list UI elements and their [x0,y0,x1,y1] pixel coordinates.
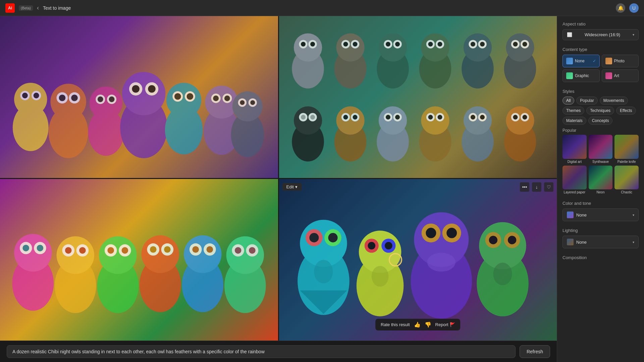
style-tag-effects[interactable]: Effects [616,107,636,115]
composition-section: Composition [562,255,639,260]
svg-point-155 [328,233,338,242]
notification-icon[interactable]: 🔔 [616,3,625,13]
thumbs-down-button[interactable]: 👎 [425,321,431,328]
page-title: Text to image [43,5,71,11]
svg-point-109 [506,106,534,134]
svg-point-75 [513,42,518,47]
svg-point-87 [343,115,348,120]
thumbs-up-button[interactable]: 👍 [414,321,421,328]
right-panel: Aspect ratio ⬜ Widescreen (16:9) ▾ Conte… [557,16,644,362]
svg-point-153 [309,233,319,242]
edit-button[interactable]: Edit ▾ [282,183,302,191]
aspect-ratio-section: Aspect ratio ⬜ Widescreen (16:9) ▾ [562,21,639,40]
adobe-logo: Ai [5,3,15,13]
style-thumb-chaotic[interactable]: Chaotic [614,166,639,194]
svg-point-168 [427,253,455,272]
refresh-button[interactable]: Refresh [520,345,550,358]
style-thumb-palette-knife[interactable]: Palette knife [614,135,639,164]
prompt-input[interactable] [7,345,516,358]
style-tag-all[interactable]: All [562,97,574,105]
svg-point-117 [22,245,29,251]
style-thumb-digital-art[interactable]: Digital art [562,135,587,164]
more-options-button[interactable]: ••• [520,182,529,192]
svg-point-17 [109,97,114,102]
image-area: Edit ▾ ••• ↓ ♡ Rate this result 👍 👎 [0,16,557,362]
svg-point-47 [310,42,315,47]
styles-section: Styles All Popular Movements Themes Tech… [562,89,639,194]
svg-point-37 [232,91,263,121]
style-tag-concepts[interactable]: Concepts [588,117,613,125]
svg-point-7 [50,84,86,120]
download-button[interactable]: ↓ [532,182,541,192]
svg-point-167 [446,228,457,238]
svg-point-119 [37,245,43,251]
svg-point-69 [471,42,475,47]
content-type-art[interactable]: Art [602,69,639,82]
content-type-photo[interactable]: Photo [602,55,639,67]
synthwave-preview [589,135,613,159]
palette-knife-preview [614,135,639,159]
chaotic-preview [614,166,639,190]
svg-point-9 [59,95,65,101]
svg-point-159 [368,242,375,249]
svg-point-11 [71,95,78,101]
avatar[interactable]: U [629,3,639,13]
image-3-overlay [0,179,278,341]
style-tag-popular[interactable]: Popular [576,97,597,105]
svg-point-41 [250,100,255,105]
graphic-icon [566,72,573,79]
image-cell-1[interactable] [0,16,278,178]
svg-point-175 [314,260,333,283]
back-button[interactable]: ‹ [37,4,39,11]
svg-point-51 [343,42,348,47]
color-tone-label: Color and tone [562,201,639,206]
color-tone-value: None [576,213,587,218]
composition-label: Composition [562,255,639,260]
content-type-none[interactable]: None ✓ [562,55,600,67]
report-button[interactable]: Report 🚩 [435,322,455,327]
svg-point-101 [438,115,442,120]
image-4-toolbar: Edit ▾ ••• ↓ ♡ [282,182,554,192]
chaotic-label: Chaotic [614,190,639,194]
svg-point-131 [121,247,128,254]
svg-point-115 [14,234,52,271]
svg-point-111 [513,115,518,120]
topbar: Ai (Beta) ‹ Text to image 🔔 U [0,0,644,16]
svg-point-81 [301,115,306,120]
svg-point-3 [22,93,28,99]
svg-point-99 [428,115,433,120]
favorite-button[interactable]: ♡ [544,182,553,192]
svg-point-57 [386,42,390,47]
svg-point-113 [523,115,527,120]
style-thumb-synthwave[interactable]: Synthwave [589,135,613,164]
content-type-grid: None ✓ Photo Graphic Art [562,55,639,82]
svg-point-123 [65,247,72,254]
style-thumb-layered-paper[interactable]: Layered paper [562,166,587,194]
style-tag-techniques[interactable]: Techniques [586,107,614,115]
content-type-graphic[interactable]: Graphic [562,69,600,82]
image-cell-3[interactable] [0,179,278,341]
neon-preview [589,166,613,190]
svg-point-73 [506,34,534,62]
svg-point-45 [301,42,306,47]
image-cell-4[interactable]: Edit ▾ ••• ↓ ♡ Rate this result 👍 👎 [279,179,557,341]
lighting-dropdown[interactable]: None ▾ [562,236,639,248]
svg-point-125 [79,247,86,254]
topbar-right: 🔔 U [616,3,639,13]
style-thumb-neon[interactable]: Neon [589,166,613,194]
svg-point-89 [353,115,358,120]
color-tone-dropdown[interactable]: None ▾ [562,208,639,221]
style-tag-materials[interactable]: Materials [562,117,586,125]
beta-badge: (Beta) [19,5,33,11]
svg-point-55 [379,34,407,62]
rate-label: Rate this result [381,322,410,327]
svg-point-103 [464,106,492,134]
style-tag-themes[interactable]: Themes [562,107,584,115]
image-cell-2[interactable] [279,16,557,178]
popular-label: Popular [562,128,639,133]
aspect-ratio-dropdown[interactable]: ⬜ Widescreen (16:9) ▾ [562,29,639,40]
main-area: Edit ▾ ••• ↓ ♡ Rate this result 👍 👎 [0,16,644,362]
style-thumbnails: Digital art Synthwave Palette knife Laye… [562,135,639,194]
style-tag-movements[interactable]: Movements [600,97,628,105]
svg-point-149 [249,247,256,254]
